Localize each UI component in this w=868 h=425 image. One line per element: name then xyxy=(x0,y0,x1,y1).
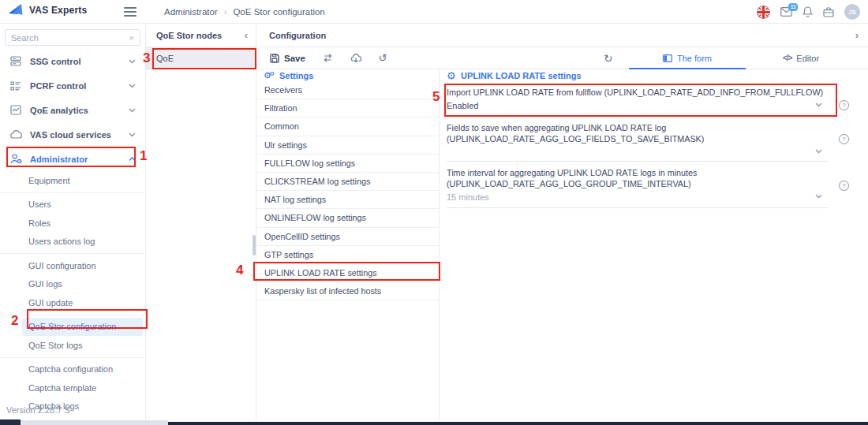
vas-experts-logo-icon xyxy=(8,3,24,17)
sidebar: × SSG control PCRF control QoE analytics xyxy=(0,24,146,420)
tab-the-form[interactable]: The form xyxy=(629,47,746,69)
uplink-settings-form: UPLINK LOAD RATE settings Import UPLINK … xyxy=(440,69,868,420)
save-icon xyxy=(270,54,279,63)
settings-item-fullflow-log[interactable]: FULLFLOW log settings xyxy=(256,155,439,173)
notifications-bell-icon[interactable] xyxy=(803,6,813,17)
hamburger-menu-icon[interactable] xyxy=(124,7,137,17)
sidebar-item-label: PCRF control xyxy=(30,81,129,91)
brand: VAS Experts xyxy=(8,3,87,17)
node-item-qoe[interactable]: QoE xyxy=(146,47,256,69)
settings-item-ulr-settings[interactable]: Ulr settings xyxy=(256,136,439,155)
field-label: Import UPLINK LOAD RATE from fullflow (U… xyxy=(447,85,829,98)
chevron-up-icon xyxy=(129,157,136,162)
settings-item-onlineflow-log[interactable]: ONLINEFLOW log settings xyxy=(256,209,439,227)
field-value[interactable]: Enabled xyxy=(447,101,478,110)
tab-label: Editor xyxy=(796,54,819,63)
breadcrumb-item[interactable]: Administrator xyxy=(164,7,218,17)
code-icon: </> xyxy=(783,54,791,62)
form-tab-icon xyxy=(663,54,672,62)
qoe-stor-nodes-panel: QoE Stor nodes ‹ QoE xyxy=(146,24,256,420)
sidebar-item-users[interactable]: Users xyxy=(0,196,145,214)
settings-list-title: Settings xyxy=(279,71,313,80)
bottom-edge-bar xyxy=(0,420,868,425)
settings-item-filtration[interactable]: Filtration xyxy=(256,99,439,117)
cloud-download-icon[interactable] xyxy=(350,54,361,63)
sidebar-item-label: Administrator xyxy=(30,155,129,164)
submenu-divider xyxy=(0,357,145,358)
messages-count-badge: 11 xyxy=(788,3,798,11)
bottom-bar-light-segment xyxy=(21,420,168,425)
briefcase-icon[interactable] xyxy=(823,7,834,17)
tab-editor[interactable]: </> Editor xyxy=(754,47,848,69)
scrollbar-thumb[interactable] xyxy=(253,235,256,255)
sidebar-item-gui-logs[interactable]: GUI logs xyxy=(0,275,145,294)
help-icon[interactable]: ? xyxy=(839,134,849,144)
settings-item-gtp[interactable]: GTP settings xyxy=(256,246,439,264)
search-clear-icon[interactable]: × xyxy=(129,33,134,43)
collapse-panel-icon[interactable]: ‹ xyxy=(245,29,248,41)
settings-item-receivers[interactable]: Receivers xyxy=(256,81,439,99)
submenu-divider xyxy=(0,253,145,254)
sidebar-item-pcrf-control[interactable]: PCRF control xyxy=(0,73,145,98)
expand-panel-icon[interactable]: › xyxy=(855,29,859,41)
settings-item-nat-log[interactable]: NAT log settings xyxy=(256,191,439,209)
form-section-title: UPLINK LOAD RATE settings xyxy=(461,71,582,80)
sidebar-item-roles[interactable]: Roles xyxy=(0,214,145,233)
settings-list-panel: Settings Receivers Filtration Common Ulr… xyxy=(256,69,440,420)
administrator-submenu: Equipment Users Roles Users actions log … xyxy=(0,171,145,416)
chevron-down-icon xyxy=(129,59,136,64)
cloud-icon xyxy=(9,130,22,139)
admin-user-gear-icon xyxy=(9,154,22,164)
sidebar-item-equipment[interactable]: Equipment xyxy=(0,171,145,190)
gear-icon xyxy=(447,71,456,80)
version-label: Version 2.28.7 S xyxy=(6,405,70,415)
field-import-uplink-load-rate: Import UPLINK LOAD RATE from fullflow (U… xyxy=(447,81,829,117)
nodes-panel-title: QoE Stor nodes xyxy=(156,31,222,40)
sidebar-item-users-actions-log[interactable]: Users actions log xyxy=(0,233,145,252)
sidebar-search: × xyxy=(5,29,140,46)
field-label: Fields to save when aggregating UPLINK L… xyxy=(447,121,829,144)
tab-label: The form xyxy=(677,54,712,63)
dropdown-chevron-icon[interactable] xyxy=(815,103,822,107)
breadcrumb: Administrator › QoE Stor configuration xyxy=(164,0,325,24)
user-avatar[interactable]: JS xyxy=(844,4,860,20)
history-restore-icon[interactable]: ↺ xyxy=(379,52,387,64)
sidebar-item-captcha-template[interactable]: Captcha template xyxy=(0,378,145,397)
field-time-interval: Time interval for aggregating UPLINK LOA… xyxy=(447,162,829,208)
dropdown-chevron-icon[interactable] xyxy=(815,194,822,199)
settings-item-opencellid[interactable]: OpenCellID settings xyxy=(256,228,439,246)
save-button[interactable]: Save xyxy=(270,54,305,63)
refresh-icon[interactable]: ↻ xyxy=(604,47,613,69)
settings-item-common[interactable]: Common xyxy=(256,117,439,136)
messages-icon[interactable]: 11 xyxy=(780,7,792,17)
compare-icon[interactable] xyxy=(323,54,333,62)
settings-item-uplink-load-rate[interactable]: UPLINK LOAD RATE settings xyxy=(256,264,439,282)
sidebar-item-qoe-stor-logs[interactable]: QoE Stor logs xyxy=(0,336,145,355)
dropdown-chevron-icon[interactable] xyxy=(815,149,822,154)
sidebar-item-ssg-control[interactable]: SSG control xyxy=(0,49,145,73)
settings-item-kaspersky[interactable]: Kaspersky list of infected hosts xyxy=(256,282,439,300)
config-toolbar: Save ↺ ↻ The form </> Editor xyxy=(256,47,868,69)
field-fields-to-save: Fields to save when aggregating UPLINK L… xyxy=(447,117,829,162)
help-icon[interactable]: ? xyxy=(839,100,849,110)
sidebar-item-qoe-stor-configuration[interactable]: QoE Stor configuration xyxy=(22,318,143,337)
sidebar-item-gui-configuration[interactable]: GUI configuration xyxy=(0,256,145,275)
sidebar-nav: SSG control PCRF control QoE analytics V… xyxy=(0,49,145,416)
sidebar-item-vas-cloud-services[interactable]: VAS cloud services xyxy=(0,122,145,147)
sidebar-item-administrator[interactable]: Administrator xyxy=(0,147,145,171)
sidebar-item-captcha-configuration[interactable]: Captcha configuration xyxy=(0,360,145,379)
sidebar-item-qoe-analytics[interactable]: QoE analytics xyxy=(0,98,145,122)
list-icon xyxy=(9,81,22,91)
chevron-down-icon xyxy=(129,84,136,88)
help-icon[interactable]: ? xyxy=(839,181,849,191)
sidebar-item-label: VAS cloud services xyxy=(30,130,129,140)
brand-name: VAS Experts xyxy=(29,5,87,16)
server-icon xyxy=(9,56,22,66)
search-input[interactable] xyxy=(11,33,129,43)
field-value[interactable]: 15 minutes xyxy=(447,192,489,202)
top-bar: VAS Experts Administrator › QoE Stor con… xyxy=(0,0,868,24)
submenu-divider xyxy=(0,315,145,315)
language-flag-icon[interactable] xyxy=(757,6,770,19)
sidebar-item-gui-update[interactable]: GUI update xyxy=(0,293,145,312)
settings-item-clickstream-log[interactable]: CLICKSTREAM log settings xyxy=(256,173,439,191)
